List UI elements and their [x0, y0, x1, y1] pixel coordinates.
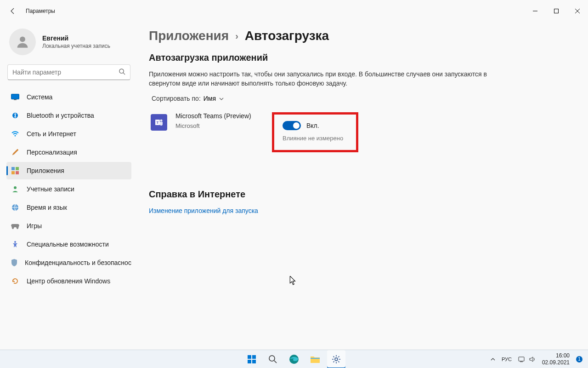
titlebar: Параметры: [0, 0, 588, 22]
taskbar-edge-button[interactable]: [285, 350, 303, 368]
clock-date: 02.09.2021: [542, 359, 570, 366]
svg-line-37: [334, 361, 334, 362]
svg-rect-13: [11, 171, 15, 174]
svg-point-21: [160, 119, 163, 121]
nav-system[interactable]: Система: [6, 88, 131, 106]
start-button[interactable]: [243, 350, 261, 368]
help-link[interactable]: Изменение приложений для запуска: [149, 207, 570, 214]
tray-status-area[interactable]: [518, 356, 536, 362]
nav-label: Конфиденциальность и безопасность: [25, 259, 131, 266]
startup-toggle[interactable]: [283, 121, 301, 130]
highlight-box: Вкл. Влияние не измерено: [272, 112, 358, 152]
display-icon: [11, 93, 19, 101]
search-box[interactable]: [7, 64, 130, 80]
wifi-icon: [11, 130, 19, 138]
nav-label: Игры: [27, 222, 42, 230]
nav-apps[interactable]: Приложения: [6, 162, 131, 179]
language-indicator[interactable]: РУС: [502, 356, 512, 362]
sort-value: Имя: [204, 95, 216, 102]
bluetooth-icon: [11, 111, 19, 120]
svg-rect-39: [519, 357, 524, 361]
svg-line-38: [338, 356, 339, 357]
section-title: Автозагрузка приложений: [149, 52, 570, 63]
update-icon: [11, 277, 19, 285]
impact-label: Влияние не измерено: [283, 135, 343, 142]
brush-icon: [11, 148, 19, 156]
svg-line-35: [334, 356, 334, 357]
back-button[interactable]: [4, 2, 22, 20]
clock-globe-icon: [11, 203, 19, 212]
app-name: Microsoft Teams (Preview): [175, 112, 272, 120]
svg-point-10: [15, 135, 16, 137]
breadcrumb-current: Автозагрузка: [245, 29, 329, 43]
tray-overflow-button[interactable]: [491, 356, 495, 362]
clock-time: 16:00: [542, 352, 570, 359]
svg-rect-23: [252, 355, 256, 359]
taskbar-settings-button[interactable]: [327, 350, 345, 368]
nav-label: Сеть и Интернет: [27, 130, 76, 138]
svg-rect-24: [248, 360, 251, 363]
svg-rect-25: [252, 360, 256, 363]
maximize-button[interactable]: [546, 4, 567, 18]
gamepad-icon: [11, 222, 19, 230]
network-icon: [518, 356, 526, 362]
nav-accessibility[interactable]: Специальные возможности: [6, 236, 131, 253]
toggle-label: Вкл.: [306, 122, 319, 129]
svg-line-36: [338, 361, 339, 362]
svg-line-27: [274, 361, 277, 363]
profile-block[interactable]: Евгений Локальная учетная запись: [6, 26, 131, 63]
accessibility-icon: [11, 240, 19, 248]
minimize-button[interactable]: [525, 4, 546, 18]
nav-label: Время и язык: [27, 204, 67, 211]
nav-label: Приложения: [27, 167, 64, 174]
svg-rect-8: [14, 99, 17, 100]
nav-label: Специальные возможности: [27, 241, 109, 248]
svg-point-15: [14, 186, 17, 189]
nav-label: Система: [27, 93, 52, 101]
svg-text:T: T: [157, 121, 159, 125]
svg-rect-11: [11, 167, 15, 170]
window-title: Параметры: [26, 8, 55, 14]
app-publisher: Microsoft: [175, 122, 272, 129]
svg-rect-22: [248, 355, 251, 359]
svg-rect-1: [554, 9, 559, 13]
nav-windows-update[interactable]: Центр обновления Windows: [6, 272, 131, 290]
chevron-right-icon: ›: [235, 31, 238, 41]
clock[interactable]: 16:00 02.09.2021: [542, 352, 570, 366]
nav-time-language[interactable]: Время и язык: [6, 199, 131, 216]
search-icon: [119, 68, 125, 77]
nav-label: Центр обновления Windows: [27, 277, 110, 285]
svg-rect-12: [16, 167, 19, 170]
breadcrumb: Приложения › Автозагрузка: [149, 29, 570, 43]
notification-badge[interactable]: 1: [576, 356, 582, 362]
apps-icon: [11, 167, 19, 175]
taskbar-explorer-button[interactable]: [306, 350, 324, 368]
nav-privacy[interactable]: Конфиденциальность и безопасность: [6, 254, 131, 271]
search-input[interactable]: [12, 69, 119, 76]
section-description: Приложения можно настроить так, чтобы он…: [149, 69, 498, 88]
startup-app-row: T Microsoft Teams (Preview) Microsoft Вк…: [149, 109, 570, 156]
close-button[interactable]: [567, 4, 588, 18]
svg-rect-14: [16, 171, 19, 174]
sort-label: Сортировать по:: [152, 95, 201, 102]
svg-point-26: [269, 356, 275, 361]
svg-rect-7: [11, 94, 19, 99]
breadcrumb-parent[interactable]: Приложения: [149, 29, 229, 43]
nav-network[interactable]: Сеть и Интернет: [6, 125, 131, 143]
nav-personalization[interactable]: Персонализация: [6, 144, 131, 161]
svg-point-30: [335, 358, 338, 361]
chevron-down-icon: [219, 95, 224, 102]
sort-dropdown[interactable]: Сортировать по: Имя: [149, 95, 570, 102]
svg-rect-29: [311, 358, 320, 359]
teams-icon: T: [151, 114, 167, 131]
system-tray: РУС 16:00 02.09.2021 1: [491, 352, 588, 366]
shield-icon: [11, 259, 17, 267]
svg-point-18: [14, 241, 16, 243]
taskbar-search-button[interactable]: [264, 350, 282, 368]
nav-gaming[interactable]: Игры: [6, 217, 131, 235]
sidebar: Евгений Локальная учетная запись Система…: [0, 22, 138, 350]
nav-bluetooth[interactable]: Bluetooth и устройства: [6, 107, 131, 124]
nav-label: Учетные записи: [27, 185, 74, 193]
profile-name: Евгений: [42, 34, 110, 42]
nav-accounts[interactable]: Учетные записи: [6, 180, 131, 198]
